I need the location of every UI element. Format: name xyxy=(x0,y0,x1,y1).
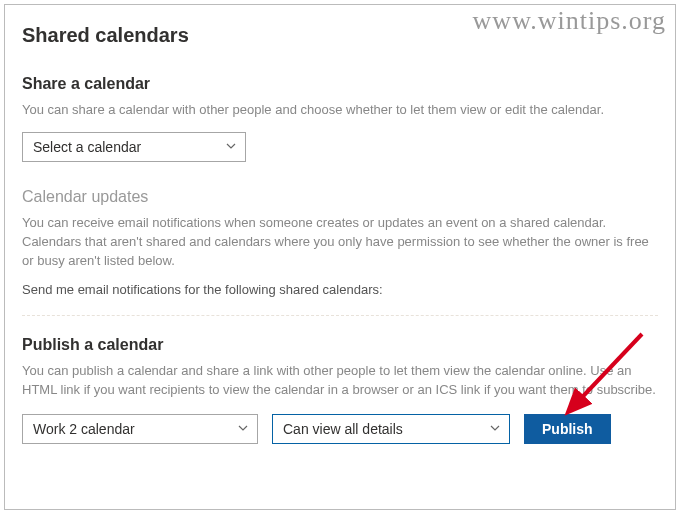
chevron-down-icon xyxy=(237,421,249,437)
publish-calendar-select[interactable]: Work 2 calendar xyxy=(22,414,258,444)
updates-heading: Calendar updates xyxy=(22,188,658,206)
publish-heading: Publish a calendar xyxy=(22,336,658,354)
chevron-down-icon xyxy=(489,421,501,437)
share-calendar-select[interactable]: Select a calendar xyxy=(22,132,246,162)
share-section: Share a calendar You can share a calenda… xyxy=(22,75,658,162)
publish-permission-select[interactable]: Can view all details xyxy=(272,414,510,444)
publish-permission-select-value: Can view all details xyxy=(283,421,403,437)
share-calendar-select-value: Select a calendar xyxy=(33,139,141,155)
chevron-down-icon xyxy=(225,139,237,155)
updates-section: Calendar updates You can receive email n… xyxy=(22,188,658,298)
section-divider xyxy=(22,315,658,316)
publish-calendar-select-value: Work 2 calendar xyxy=(33,421,135,437)
updates-sub-label: Send me email notifications for the foll… xyxy=(22,282,658,297)
updates-description: You can receive email notifications when… xyxy=(22,214,658,271)
publish-controls-row: Work 2 calendar Can view all details Pub… xyxy=(22,414,658,444)
publish-button[interactable]: Publish xyxy=(524,414,611,444)
share-heading: Share a calendar xyxy=(22,75,658,93)
publish-section: Publish a calendar You can publish a cal… xyxy=(22,336,658,444)
page-content: Shared calendars Share a calendar You ca… xyxy=(0,0,680,514)
share-description: You can share a calendar with other peop… xyxy=(22,101,658,120)
page-title: Shared calendars xyxy=(22,24,658,47)
publish-description: You can publish a calendar and share a l… xyxy=(22,362,658,400)
